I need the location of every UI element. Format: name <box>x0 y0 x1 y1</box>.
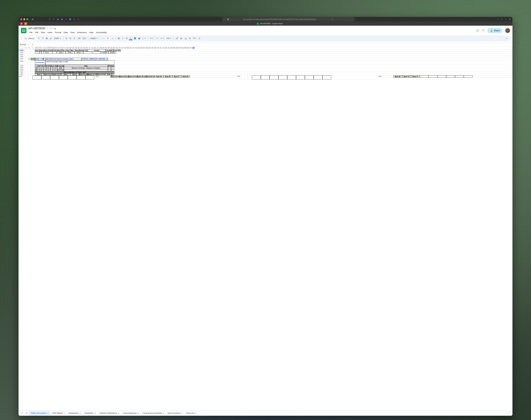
row-7650[interactable]: 7650 <box>18 69 25 71</box>
address-bar[interactable]: 🔒docs.google.com/spreadsheets/d/1HPScB86… <box>81 17 496 21</box>
menu-help[interactable]: Help <box>88 31 94 34</box>
col-BG[interactable]: BG <box>154 47 157 49</box>
font-dropdown[interactable]: Calibri ▼ <box>89 36 99 40</box>
more-formats-button[interactable]: 123 <box>82 36 87 40</box>
row-7656[interactable]: 7656 <box>235 75 242 79</box>
col-AX[interactable]: AX <box>129 47 132 49</box>
col-D[interactable]: D <box>35 47 36 49</box>
col-AV[interactable]: AV <box>124 47 126 49</box>
col-BP[interactable]: BP <box>179 47 181 49</box>
col-AQ[interactable]: AQ <box>110 47 113 49</box>
ext-pinned-1[interactable]: G <box>20 22 23 25</box>
undo-button[interactable]: ↶ <box>37 36 41 40</box>
font-size-plus[interactable]: + <box>111 36 114 40</box>
valign-button[interactable]: ↕▼ <box>155 36 159 40</box>
wrap-button[interactable]: ↵▼ <box>160 36 165 40</box>
maximize-window[interactable] <box>26 18 28 20</box>
col-AJ[interactable]: AJ <box>91 47 94 49</box>
col-AW[interactable]: AW <box>126 47 129 49</box>
merge-button[interactable]: ⬚ ▼ <box>141 36 147 40</box>
ext-icon-5[interactable]: ✳ <box>64 18 67 20</box>
menu-data[interactable]: Data <box>62 31 69 34</box>
col-AL[interactable]: AL <box>96 47 99 49</box>
col-B[interactable]: B <box>28 47 31 49</box>
col-AD[interactable]: AD <box>75 47 77 49</box>
new-tab-icon[interactable]: ＋ <box>505 18 507 21</box>
ext-icon-7[interactable]: ⏵ <box>73 18 76 20</box>
row-7649[interactable]: 7649 <box>18 67 25 69</box>
row-7643[interactable]: 7643 <box>18 54 25 56</box>
col-C[interactable]: C <box>31 47 35 49</box>
tabs-overview-icon[interactable]: ⧉ <box>509 18 511 21</box>
comment-button[interactable]: ⊞ <box>179 36 183 40</box>
close-window[interactable] <box>20 18 22 20</box>
col-BJ[interactable]: BJ <box>162 47 165 49</box>
col-AP[interactable]: AP <box>108 47 110 49</box>
browser-tab[interactable]: API AMT8000 - Google Sheets <box>29 23 511 25</box>
col-V[interactable]: V <box>60 47 61 49</box>
scroll-tabs-left[interactable]: 〈 <box>506 412 508 415</box>
tab-dropdown-icon[interactable]: ⌄ <box>35 18 38 20</box>
menu-view[interactable]: View <box>40 31 46 34</box>
col-AG[interactable]: AG <box>83 47 86 49</box>
ext-icon-4[interactable]: ◉ <box>61 18 63 20</box>
chart-button[interactable]: 📊 <box>183 36 188 40</box>
col-BA[interactable]: BA <box>138 47 140 49</box>
print-button[interactable]: 🖶 <box>45 36 49 40</box>
col-BK[interactable]: BK <box>165 47 168 49</box>
sheet-tab-8[interactable]: Envio Pu ▼ <box>185 411 198 415</box>
row-7645[interactable]: 7645 <box>18 58 25 60</box>
col-BU[interactable]: BU <box>192 47 195 49</box>
text-color-button[interactable]: A <box>129 37 133 40</box>
col-O[interactable]: O <box>50 47 51 49</box>
col-Y[interactable]: Y <box>64 47 65 49</box>
col-AK[interactable]: AK <box>94 47 96 49</box>
account-avatar[interactable] <box>505 28 510 33</box>
currency-button[interactable]: $ <box>64 36 68 40</box>
col-AE[interactable]: AE <box>77 47 80 49</box>
col-BT[interactable]: BT <box>189 47 192 49</box>
cloud-status-icon[interactable]: ☁ <box>54 27 56 30</box>
functions-button[interactable]: Σ <box>198 36 202 40</box>
download-icon[interactable]: ⤓ <box>497 18 499 21</box>
history-icon[interactable]: 🕘 <box>476 29 479 32</box>
share-icon[interactable]: ⇪ <box>501 18 503 21</box>
sidebar-toggle-icon[interactable]: ▦ <box>31 18 34 20</box>
col-AC[interactable]: AC <box>72 47 75 49</box>
row-7655[interactable]: 7655 <box>94 75 100 78</box>
ext-pinned-2[interactable]: H <box>24 22 27 25</box>
add-sheet-button[interactable]: ＋ <box>20 411 24 415</box>
halign-button[interactable]: ≡▼ <box>149 36 155 40</box>
col-BL[interactable]: BL <box>168 47 170 49</box>
font-size-input[interactable] <box>105 37 110 40</box>
col-AY[interactable]: AY <box>132 47 135 49</box>
zoom-dropdown[interactable]: 100% ▼ <box>53 36 62 40</box>
row-7651[interactable]: 7651 <box>18 71 25 73</box>
col-AS[interactable]: AS <box>116 47 118 49</box>
sheets-logo[interactable] <box>21 28 26 33</box>
borders-button[interactable]: ▦ <box>137 36 141 40</box>
col-AU[interactable]: AU <box>121 47 124 49</box>
filter-button[interactable]: ▼ <box>188 36 192 40</box>
row-7653[interactable]: 7653 <box>18 75 22 79</box>
col-BB[interactable]: BB <box>140 47 143 49</box>
dec-decrease-button[interactable]: .0 <box>72 36 76 40</box>
col-AT[interactable]: AT <box>118 47 121 49</box>
row-7646[interactable]: 7646 <box>18 60 25 65</box>
col-BE[interactable]: BE <box>148 47 151 49</box>
col-BN[interactable]: BN <box>173 47 176 49</box>
col-BS[interactable]: BS <box>187 47 189 49</box>
filter-views-button[interactable]: ⧩▼ <box>192 36 198 40</box>
dec-increase-button[interactable]: .00 <box>77 36 81 40</box>
strike-button[interactable]: S <box>125 36 129 40</box>
col-H[interactable]: H <box>40 47 42 49</box>
col-BC[interactable]: BC <box>143 47 146 49</box>
link-button[interactable]: 🔗 <box>175 36 179 40</box>
col-L[interactable]: L <box>46 47 47 49</box>
sheet-tab-5[interactable]: Case Operacao ▼ <box>121 411 141 415</box>
menu-tools[interactable]: Tools <box>69 31 76 34</box>
font-size-minus[interactable]: − <box>101 36 105 40</box>
col-U[interactable]: U <box>58 47 60 49</box>
col-BI[interactable]: BI <box>159 47 162 49</box>
col-J[interactable]: J <box>43 47 45 49</box>
